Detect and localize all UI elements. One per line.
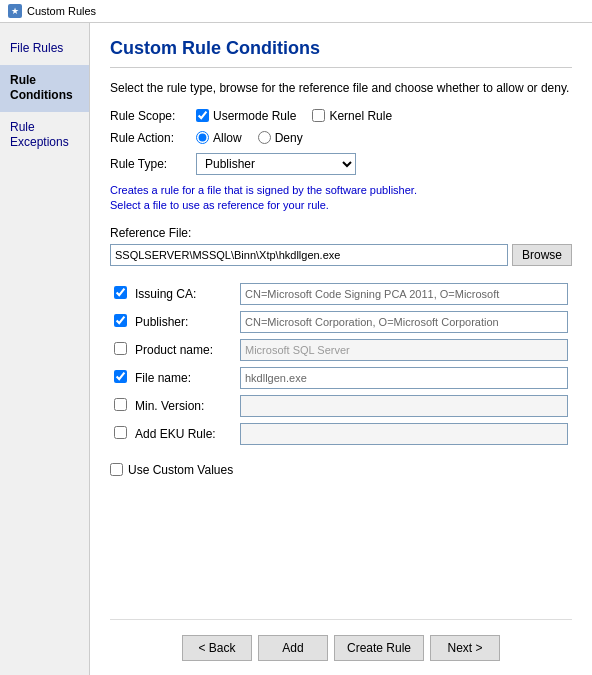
publisher-input[interactable]: [240, 311, 568, 333]
main-container: File Rules Rule Conditions Rule Exceptio…: [0, 23, 592, 675]
kernel-rule-checkbox[interactable]: [312, 109, 325, 122]
sidebar-item-file-rules[interactable]: File Rules: [0, 33, 89, 65]
min-version-input[interactable]: [240, 395, 568, 417]
allow-radio[interactable]: [196, 131, 209, 144]
kernel-rule-label[interactable]: Kernel Rule: [312, 109, 392, 123]
file-name-checkbox[interactable]: [114, 370, 127, 383]
content-area: Custom Rule Conditions Select the rule t…: [90, 23, 592, 675]
rule-scope-row: Rule Scope: Usermode Rule Kernel Rule: [110, 109, 572, 123]
rule-action-label: Rule Action:: [110, 131, 190, 145]
file-name-input[interactable]: [240, 367, 568, 389]
min-version-label: Min. Version:: [135, 399, 204, 413]
rule-scope-label: Rule Scope:: [110, 109, 190, 123]
usermode-rule-label[interactable]: Usermode Rule: [196, 109, 296, 123]
rule-type-select[interactable]: Publisher Path Hash: [196, 153, 356, 175]
product-name-input[interactable]: [240, 339, 568, 361]
product-name-label: Product name:: [135, 343, 213, 357]
title-bar: ★ Custom Rules: [0, 0, 592, 23]
issuing-ca-label: Issuing CA:: [135, 287, 196, 301]
description: Select the rule type, browse for the ref…: [110, 80, 572, 97]
rule-type-label: Rule Type:: [110, 157, 190, 171]
min-version-row: Min. Version:: [110, 392, 572, 420]
deny-radio[interactable]: [258, 131, 271, 144]
app-icon: ★: [8, 4, 22, 18]
sidebar-item-rule-exceptions[interactable]: Rule Exceptions: [0, 112, 89, 159]
add-eku-rule-label: Add EKU Rule:: [135, 427, 216, 441]
deny-radio-label[interactable]: Deny: [258, 131, 303, 145]
reference-file-input[interactable]: [110, 244, 508, 266]
back-button[interactable]: < Back: [182, 635, 252, 661]
rule-type-row: Rule Type: Publisher Path Hash: [110, 153, 572, 175]
reference-file-label: Reference File:: [110, 226, 572, 240]
use-custom-values-row: Use Custom Values: [110, 463, 572, 477]
publisher-label: Publisher:: [135, 315, 188, 329]
hint-text: Creates a rule for a file that is signed…: [110, 183, 572, 214]
conditions-table: Issuing CA: Publisher:: [110, 280, 572, 448]
browse-button[interactable]: Browse: [512, 244, 572, 266]
add-eku-rule-row: Add EKU Rule:: [110, 420, 572, 448]
product-name-row: Product name:: [110, 336, 572, 364]
add-eku-rule-checkbox[interactable]: [114, 426, 127, 439]
title-bar-text: Custom Rules: [27, 5, 96, 17]
page-title: Custom Rule Conditions: [110, 38, 572, 68]
reference-file-row: Browse: [110, 244, 572, 266]
issuing-ca-row: Issuing CA:: [110, 280, 572, 308]
add-eku-rule-input[interactable]: [240, 423, 568, 445]
sidebar: File Rules Rule Conditions Rule Exceptio…: [0, 23, 90, 675]
allow-radio-label[interactable]: Allow: [196, 131, 242, 145]
create-rule-button[interactable]: Create Rule: [334, 635, 424, 661]
add-button[interactable]: Add: [258, 635, 328, 661]
issuing-ca-checkbox[interactable]: [114, 286, 127, 299]
product-name-checkbox[interactable]: [114, 342, 127, 355]
use-custom-values-checkbox[interactable]: [110, 463, 123, 476]
publisher-checkbox[interactable]: [114, 314, 127, 327]
buttons-row: < Back Add Create Rule Next >: [110, 619, 572, 661]
use-custom-values-label: Use Custom Values: [128, 463, 233, 477]
file-name-row: File name:: [110, 364, 572, 392]
rule-action-row: Rule Action: Allow Deny: [110, 131, 572, 145]
usermode-rule-checkbox[interactable]: [196, 109, 209, 122]
file-name-label: File name:: [135, 371, 191, 385]
next-button[interactable]: Next >: [430, 635, 500, 661]
issuing-ca-input[interactable]: [240, 283, 568, 305]
min-version-checkbox[interactable]: [114, 398, 127, 411]
sidebar-item-rule-conditions[interactable]: Rule Conditions: [0, 65, 89, 112]
publisher-row: Publisher:: [110, 308, 572, 336]
